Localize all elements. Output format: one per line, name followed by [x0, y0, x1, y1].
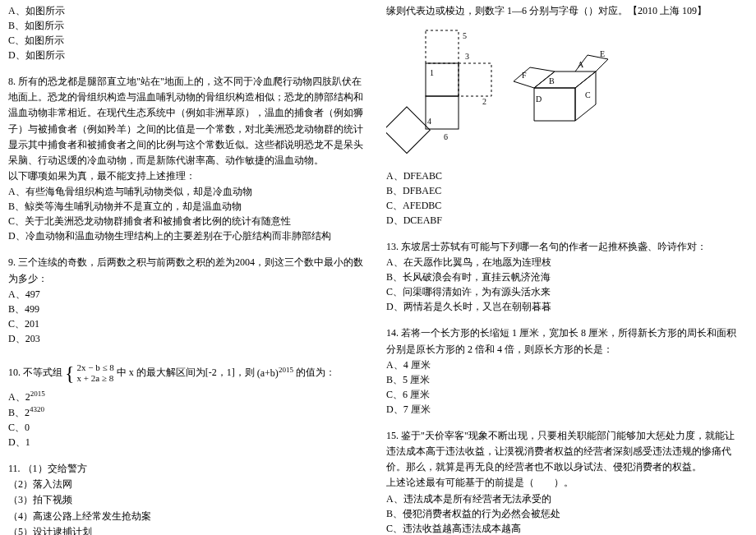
question-stem: 9. 三个连续的奇数，后两数之积与前两数之积的差为2004，则这三个数中最小的数…	[8, 255, 366, 286]
question-stem: 10. 不等式组 { 2x − b ≤ 8 x + 2a ≥ 8 中 x 的最大…	[8, 357, 366, 389]
choice-a: A、有些海龟骨组织构造与哺乳动物类似，却是冷血动物	[8, 184, 366, 199]
choice-d: D、1	[8, 435, 366, 450]
svg-text:F: F	[522, 71, 527, 80]
question-stem: 13. 东坡居士苏轼有可能与下列哪一名句的作者一起推杯换盏、吟诗作对：	[386, 239, 744, 255]
choice-b: B、24320	[8, 404, 366, 420]
question-stem: 14. 若将一个长方形的长缩短 1 厘米，宽加长 8 厘米，所得新长方形的周长和…	[386, 325, 744, 357]
choice-c: C、如图所示	[8, 33, 366, 48]
question-9: 9. 三个连续的奇数，后两数之积与前两数之积的差为2004，则这三个数中最小的数…	[8, 255, 366, 345]
choice-b: B、鲸类等海生哺乳动物并不是直立的，却是温血动物	[8, 199, 366, 214]
choice-a: A、如图所示	[8, 3, 366, 18]
choice-c: C、201	[8, 316, 366, 331]
choice-c: C、0	[8, 420, 366, 435]
choice-a: A、在天愿作比翼鸟，在地愿为连理枝	[386, 255, 744, 270]
svg-text:5: 5	[463, 31, 467, 40]
choice-b: B、5 厘米	[386, 372, 744, 387]
question-10: 10. 不等式组 { 2x − b ≤ 8 x + 2a ≥ 8 中 x 的最大…	[8, 357, 366, 450]
svg-text:3: 3	[465, 52, 469, 61]
svg-text:C: C	[585, 90, 591, 99]
choice-d: D、冷血动物和温血动物生理结构上的主要差别在于心脏结构而非肺部结构	[8, 228, 366, 243]
choice-b: B、DFBAEC	[386, 183, 744, 198]
question-11: 11. （1）交给警方 （2）落入法网 （3）拍下视频 （4）高速公路上经常发生…	[8, 461, 366, 535]
svg-rect-2	[459, 63, 491, 96]
choice-d: D、203	[8, 331, 366, 346]
question-7-choices: A、如图所示 B、如图所示 C、如图所示 D、如图所示	[8, 3, 366, 62]
choice-c: C、关于北美洲恐龙动物群捕食者和被捕食者比例的统计有随意性	[8, 214, 366, 228]
choice-b: B、499	[8, 302, 366, 316]
line-4: （4）高速公路上经常发生抢劫案	[8, 509, 366, 524]
choice-d: D、如图所示	[8, 48, 366, 62]
choice-a: A、违法成本是所有经营者无法承受的	[386, 491, 744, 506]
question-stem: 8. 所有的恐龙都是腿部直立地"站在"地面上的，这不同于冷血爬行动物四肢趴伏在地…	[8, 74, 366, 168]
choice-c: C、违法收益越高违法成本越高	[386, 521, 744, 536]
svg-text:E: E	[600, 49, 605, 58]
question-13: 13. 东坡居士苏轼有可能与下列哪一名句的作者一起推杯换盏、吟诗作对： A、在天…	[386, 239, 744, 314]
svg-text:B: B	[549, 76, 555, 85]
choice-d: D、DCEABF	[386, 213, 744, 228]
choice-c: C、6 厘米	[386, 387, 744, 402]
choice-a: A、497	[8, 287, 366, 302]
question-15: 15. 鉴于"天价宰客"现象不断出现，只要相关职能部门能够加大惩处力度，就能让违…	[386, 428, 744, 535]
question-sub: 以下哪项如果为真，最不能支持上述推理：	[8, 168, 366, 184]
svg-rect-4	[386, 107, 430, 154]
svg-text:2: 2	[482, 97, 486, 106]
line-3: （3）拍下视频	[8, 492, 366, 508]
svg-text:6: 6	[444, 132, 448, 141]
choice-a: A、4 厘米	[386, 357, 744, 372]
question-stem: 11. （1）交给警方	[8, 461, 366, 477]
choice-a: A、DFEABC	[386, 168, 744, 183]
choice-a: A、22015	[8, 389, 366, 404]
svg-text:4: 4	[427, 117, 431, 126]
choice-b: B、侵犯消费者权益的行为必然会被惩处	[386, 506, 744, 521]
question-12-cont: 缘则代表边或棱边，则数字 1—6 分别与字母（）对应。【2010 上海 109】…	[386, 3, 744, 228]
unfold-diagram: 5 3 1 2 4 6 E A C B	[386, 22, 616, 162]
svg-text:1: 1	[430, 68, 434, 77]
choice-b: B、长风破浪会有时，直挂云帆济沧海	[386, 270, 744, 284]
choice-d: D、两情若是久长时，又岂在朝朝暮暮	[386, 299, 744, 314]
line-2: （2）落入法网	[8, 477, 366, 492]
choice-c: C、AFEDBC	[386, 198, 744, 213]
svg-text:D: D	[536, 95, 542, 104]
question-14: 14. 若将一个长方形的长缩短 1 厘米，宽加长 8 厘米，所得新长方形的周长和…	[386, 325, 744, 416]
question-8: 8. 所有的恐龙都是腿部直立地"站在"地面上的，这不同于冷血爬行动物四肢趴伏在地…	[8, 74, 366, 243]
question-cont: 缘则代表边或棱边，则数字 1—6 分别与字母（）对应。【2010 上海 109】	[386, 3, 744, 19]
choice-d: D、7 厘米	[386, 402, 744, 417]
choice-c: C、问渠哪得清如许，为有源头活水来	[386, 284, 744, 299]
svg-rect-0	[426, 30, 459, 63]
question-sub: 上述论述最有可能基于的前提是（ ）。	[386, 475, 744, 491]
question-stem: 15. 鉴于"天价宰客"现象不断出现，只要相关职能部门能够加大惩处力度，就能让违…	[386, 428, 744, 476]
choice-b: B、如图所示	[8, 18, 366, 33]
line-5: （5）设计逮捕计划	[8, 524, 366, 535]
svg-text:A: A	[578, 60, 584, 69]
